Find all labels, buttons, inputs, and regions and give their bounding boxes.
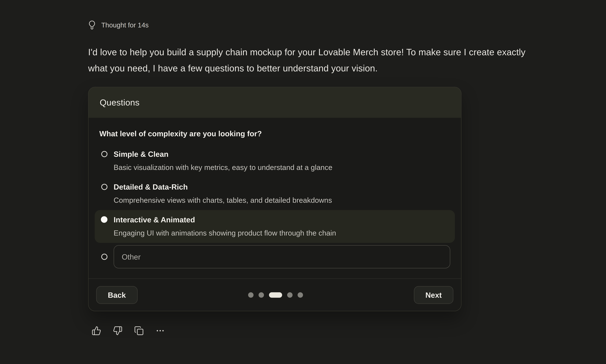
radio-icon[interactable] <box>101 254 108 260</box>
question-text: What level of complexity are you looking… <box>99 129 450 139</box>
card-title: Questions <box>100 98 140 108</box>
option-description: Engaging UI with animations showing prod… <box>114 228 336 238</box>
thought-summary[interactable]: Thought for 14s <box>88 20 149 30</box>
progress-dot <box>259 292 264 298</box>
option-label: Simple & Clean <box>114 149 332 159</box>
chat-message-view: Thought for 14s I'd love to help you bui… <box>0 0 606 364</box>
radio-icon[interactable] <box>101 216 108 223</box>
questions-card-footer: Back Next <box>89 278 461 311</box>
thumbs-up-icon[interactable] <box>92 326 101 336</box>
option-label: Interactive & Animated <box>114 215 336 225</box>
questions-card: Questions What level of complexity are y… <box>88 87 461 311</box>
option-label: Detailed & Data-Rich <box>114 182 332 192</box>
option-text: Detailed & Data-Rich Comprehensive views… <box>114 182 332 206</box>
progress-dots <box>248 292 303 298</box>
progress-dot <box>298 292 303 298</box>
other-input[interactable] <box>114 245 450 268</box>
progress-dot <box>287 292 293 298</box>
progress-dot <box>248 292 254 298</box>
option-description: Basic visualization with key metrics, ea… <box>114 162 332 173</box>
more-options-icon[interactable] <box>155 326 165 336</box>
thought-label: Thought for 14s <box>101 20 149 30</box>
option-text: Simple & Clean Basic visualization with … <box>114 149 332 173</box>
assistant-text: I'd love to help you build a supply chai… <box>88 44 537 76</box>
options-list: Simple & Clean Basic visualization with … <box>99 144 450 268</box>
option-detailed-data-rich[interactable]: Detailed & Data-Rich Comprehensive views… <box>95 177 455 210</box>
copy-icon[interactable] <box>134 326 144 336</box>
back-button[interactable]: Back <box>96 286 137 304</box>
lightbulb-icon <box>88 20 96 30</box>
option-simple-clean[interactable]: Simple & Clean Basic visualization with … <box>95 144 455 177</box>
option-other[interactable] <box>99 243 450 268</box>
progress-dot-active <box>269 292 282 298</box>
radio-icon[interactable] <box>101 184 108 190</box>
assistant-message: Thought for 14s I'd love to help you bui… <box>88 20 537 336</box>
message-actions <box>92 326 536 336</box>
thumbs-down-icon[interactable] <box>113 326 122 336</box>
option-description: Comprehensive views with charts, tables,… <box>114 195 332 205</box>
questions-card-body: What level of complexity are you looking… <box>89 118 461 278</box>
next-button[interactable]: Next <box>414 286 453 304</box>
questions-card-header: Questions <box>89 87 461 118</box>
option-text: Interactive & Animated Engaging UI with … <box>114 215 336 238</box>
radio-icon[interactable] <box>101 151 108 157</box>
option-interactive-animated[interactable]: Interactive & Animated Engaging UI with … <box>95 210 455 243</box>
